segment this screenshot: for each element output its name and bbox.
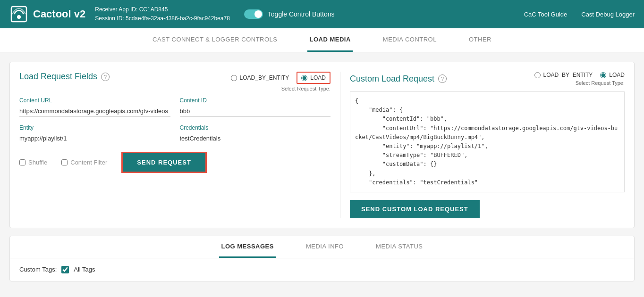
bottom-section: LOG MESSAGES MEDIA INFO MEDIA STATUS Cus… [9,236,635,281]
request-type-selector: LOAD_BY_ENTITY LOAD Select Request Type: [231,72,330,91]
select-type-label: Select Request Type: [281,86,330,91]
tab-other[interactable]: OTHER [467,28,493,52]
entity-label: Entity [19,124,170,131]
radio-group: LOAD_BY_ENTITY LOAD [231,72,330,84]
custom-request-help-icon[interactable]: ? [438,74,447,83]
logo-icon [9,5,28,24]
logo: Cactool v2 [9,5,85,24]
custom-load-request-panel: Custom Load Request ? LOAD_BY_ENTITY LOA [350,72,625,218]
receiver-app-id: Receiver App ID: CC1AD845 [95,5,230,14]
form-group-entity: Entity [19,124,170,144]
load-media-card: Load Request Fields ? LOAD_BY_ENTITY LOA [9,62,635,228]
load-request-panel: Load Request Fields ? LOAD_BY_ENTITY LOA [19,72,340,218]
tab-media-status[interactable]: MEDIA STATUS [374,236,424,258]
all-tags-label: All Tags [74,266,95,273]
main-content: Load Request Fields ? LOAD_BY_ENTITY LOA [0,52,644,291]
right-radio-group: LOAD_BY_ENTITY LOAD [534,72,625,78]
custom-request-header: Custom Load Request ? LOAD_BY_ENTITY LOA [350,72,625,86]
content-url-label: Content URL [19,97,170,104]
load-request-title-text: Load Request Fields [19,72,97,82]
content-id-label: Content ID [180,97,331,104]
form-group-content-url: Content URL [19,97,170,117]
toggle-label: Toggle Control Buttons [268,10,335,18]
custom-tags-row: Custom Tags: All Tags [19,266,625,273]
entity-input[interactable] [19,133,170,144]
form-row-url-id: Content URL Content ID [19,97,330,117]
content-filter-checkbox[interactable] [61,159,68,165]
radio-load-by-entity-input[interactable] [231,75,237,81]
toggle-control[interactable]: Toggle Control Buttons [244,9,335,19]
load-request-title: Load Request Fields ? [19,72,110,82]
toggle-switch[interactable] [244,9,263,19]
right-radio-load-input[interactable] [600,72,606,78]
load-request-help-icon[interactable]: ? [101,73,110,81]
session-info: Receiver App ID: CC1AD845 Session ID: 5c… [95,5,230,23]
tab-media-info[interactable]: MEDIA INFO [304,236,346,258]
credentials-label: Credentials [180,124,331,131]
content-id-input[interactable] [180,106,331,117]
content-filter-checkbox-label[interactable]: Content Filter [61,159,107,166]
right-radio-load-by-entity[interactable]: LOAD_BY_ENTITY [534,72,593,78]
radio-load-by-entity[interactable]: LOAD_BY_ENTITY [231,74,289,81]
content-url-input[interactable] [19,106,170,117]
send-request-button[interactable]: SEND REQUEST [121,152,207,173]
bottom-tabs: LOG MESSAGES MEDIA INFO MEDIA STATUS [10,236,634,258]
shuffle-checkbox-label[interactable]: Shuffle [19,159,47,166]
right-select-type-label: Select Request Type: [576,80,625,86]
tab-media-control[interactable]: MEDIA CONTROL [381,28,439,52]
radio-load[interactable]: LOAD [297,72,330,84]
shuffle-checkbox[interactable] [19,159,25,165]
cac-tool-guide-link[interactable]: CaC Tool Guide [524,11,568,18]
form-row-entity-creds: Entity Credentials [19,124,330,144]
header-nav: CaC Tool Guide Cast Debug Logger [524,11,635,18]
form-group-credentials: Credentials [180,124,331,144]
right-radio-load-by-entity-input[interactable] [534,72,541,78]
session-id: Session ID: 5cdae4fa-32aa-4386-ba2c-9fac… [95,14,230,23]
bottom-content: Custom Tags: All Tags [10,258,634,281]
tab-cast-connect[interactable]: CAST CONNECT & LOGGER CONTROLS [151,28,279,52]
tab-load-media[interactable]: LOAD MEDIA [307,28,352,52]
custom-tags-label: Custom Tags: [19,266,57,273]
svg-point-2 [17,15,21,19]
right-request-type-selector: LOAD_BY_ENTITY LOAD Select Request Type: [534,72,625,86]
tab-log-messages[interactable]: LOG MESSAGES [219,236,275,258]
credentials-input[interactable] [180,133,331,144]
action-row: Shuffle Content Filter SEND REQUEST [19,152,330,173]
all-tags-checkbox[interactable] [61,266,69,273]
cast-debug-logger-link[interactable]: Cast Debug Logger [581,11,635,18]
custom-request-title: Custom Load Request ? [350,74,447,84]
custom-title-text: Custom Load Request [350,74,434,84]
main-tabs: CAST CONNECT & LOGGER CONTROLS LOAD MEDI… [0,28,644,52]
send-custom-load-request-button[interactable]: SEND CUSTOM LOAD REQUEST [350,200,480,218]
app-header: Cactool v2 Receiver App ID: CC1AD845 Ses… [0,0,644,28]
right-radio-load[interactable]: LOAD [600,72,625,78]
json-editor[interactable]: { "media": { "contentId": "bbb", "conten… [350,91,625,192]
radio-load-input[interactable] [301,75,307,81]
logo-text: Cactool v2 [33,8,85,20]
form-group-content-id: Content ID [180,97,331,117]
